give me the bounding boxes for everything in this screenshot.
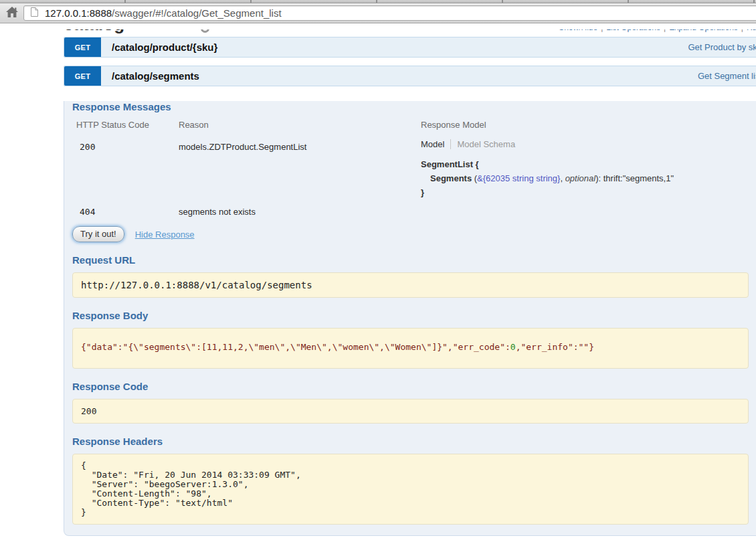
column-header-status-code: HTTP Status Code bbox=[72, 116, 175, 136]
swagger-page: catalog Show/Hide|List Operations|Expand… bbox=[64, 29, 756, 536]
get-method-badge[interactable]: GET bbox=[64, 37, 101, 57]
operation-summary-link[interactable]: Get Segment list bbox=[698, 71, 756, 81]
resource-link-raw[interactable]: Raw bbox=[747, 29, 756, 32]
property-type: &{62035 string string} bbox=[477, 173, 560, 183]
page-document-icon bbox=[30, 7, 39, 20]
request-url-value: http://127.0.0.1:8888/v1/catalog/segment… bbox=[72, 272, 749, 298]
model-tabs: Model Model Schema bbox=[421, 139, 756, 149]
model-closing-brace: } bbox=[421, 185, 756, 199]
resource-link-list-operations[interactable]: List Operations bbox=[606, 29, 660, 32]
response-headers-heading: Response Headers bbox=[72, 436, 756, 447]
status-code-200: 200 bbox=[72, 136, 175, 201]
column-header-reason: Reason bbox=[175, 116, 417, 136]
json-string-segment: ,"err_info":""} bbox=[516, 342, 594, 352]
hide-response-link[interactable]: Hide Response bbox=[135, 230, 195, 240]
status-code-404: 404 bbox=[72, 201, 175, 222]
home-icon bbox=[5, 6, 19, 21]
model-name: SegmentList { bbox=[421, 157, 756, 171]
browser-toolbar: 127.0.0.1:8888/swagger/#!/catalog/Get_Se… bbox=[0, 3, 756, 23]
response-model-cell: Model Model Schema SegmentList { Segment… bbox=[417, 136, 756, 201]
operation-row-get-segments[interactable]: GET /catalog/segments Get Segment list bbox=[64, 66, 756, 86]
operation-summary-link[interactable]: Get Product by sku bbox=[688, 42, 756, 52]
json-string-segment: {"data":"{\"segments\":[11,11,2,\"men\",… bbox=[81, 342, 510, 352]
json-number-segment: 0 bbox=[510, 342, 516, 352]
response-headers-box: { "Date": "Fri, 20 Jun 2014 03:33:09 GMT… bbox=[72, 454, 749, 525]
browser-chrome: 127.0.0.1:8888/swagger/#!/catalog/Get_Se… bbox=[0, 0, 756, 23]
resource-title[interactable]: catalog bbox=[64, 29, 124, 35]
try-it-out-button[interactable]: Try it out! bbox=[72, 226, 124, 242]
response-messages-heading: Response Messages bbox=[72, 101, 756, 112]
tab-divider bbox=[450, 139, 451, 149]
url-path: /swagger/#!/catalog/Get_Segment_list bbox=[112, 7, 281, 19]
resource-heading-clipped: catalog Show/Hide|List Operations|Expand… bbox=[64, 29, 756, 37]
request-url-heading: Request URL bbox=[72, 254, 756, 266]
get-method-badge[interactable]: GET bbox=[64, 66, 101, 86]
response-code-value: 200 bbox=[72, 399, 749, 424]
column-header-response-model: Response Model bbox=[417, 116, 756, 136]
operation-path[interactable]: /catalog/product/{sku} bbox=[112, 41, 217, 53]
reason-404: segments not exists bbox=[175, 201, 417, 222]
home-button[interactable] bbox=[5, 6, 19, 21]
model-signature: SegmentList { Segments (&{62035 string s… bbox=[421, 157, 756, 199]
response-code-heading: Response Code bbox=[72, 381, 756, 392]
actions-row: Try it out! Hide Response bbox=[72, 226, 756, 242]
reason-200: models.ZDTProduct.SegmentList bbox=[175, 136, 417, 201]
model-property: Segments (&{62035 string string}, option… bbox=[421, 171, 756, 185]
url-text: 127.0.0.1:8888/swagger/#!/catalog/Get_Se… bbox=[45, 7, 282, 19]
tab-model-schema[interactable]: Model Schema bbox=[457, 139, 515, 149]
resource-links: Show/Hide|List Operations|Expand Operati… bbox=[559, 29, 756, 32]
response-body-heading: Response Body bbox=[72, 310, 756, 321]
operation-path[interactable]: /catalog/segments bbox=[112, 70, 199, 82]
address-bar[interactable]: 127.0.0.1:8888/swagger/#!/catalog/Get_Se… bbox=[23, 5, 756, 21]
resource-link-show-hide[interactable]: Show/Hide bbox=[559, 29, 597, 32]
operation-row-get-product[interactable]: GET /catalog/product/{sku} Get Product b… bbox=[64, 37, 756, 58]
response-messages-table: HTTP Status Code Reason Response Model 2… bbox=[72, 116, 756, 222]
response-body-value: {"data":"{\"segments\":[11,11,2,\"men\",… bbox=[72, 328, 749, 369]
url-domain: 127.0.0.1:8888 bbox=[45, 7, 112, 19]
tab-model[interactable]: Model bbox=[421, 139, 444, 149]
response-headers-value: { "Date": "Fri, 20 Jun 2014 03:33:09 GMT… bbox=[81, 461, 740, 517]
operation-panel: Response Messages HTTP Status Code Reaso… bbox=[64, 101, 756, 536]
resource-link-expand-operations[interactable]: Expand Operations bbox=[669, 29, 738, 32]
